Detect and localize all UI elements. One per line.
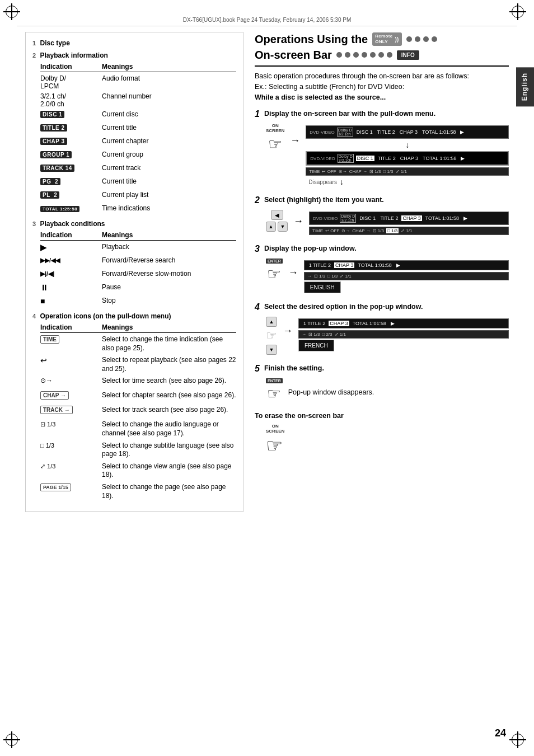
title-text-line2: On-screen Bar	[255, 48, 332, 62]
meanings-cell: Select for track search (see also page 2…	[102, 406, 236, 415]
table-row: CHAP → Select for chapter search (see al…	[40, 391, 236, 402]
step3-container: 3 Display the pop-up window. ENTER ☞ → 1…	[255, 244, 509, 293]
side-tab-english: English	[516, 67, 534, 106]
enter-button-area-s3: ENTER ☞	[266, 259, 283, 283]
step1-header: 1 Display the on-screen bar with the pul…	[255, 109, 509, 119]
dot3	[423, 36, 429, 42]
intro-line3: While a disc is selected as the source..…	[255, 92, 509, 103]
step4-text: Select the desired option in the pop-up …	[264, 302, 423, 312]
meanings-cell: Current title	[102, 177, 236, 186]
meanings-cell: Current title	[102, 124, 236, 133]
hand-icon: ☞	[268, 135, 282, 153]
on-screen-line2: SCREEN	[266, 129, 284, 134]
table-row: PL 2 Current play list	[40, 191, 236, 202]
indication-cell: ⏸	[40, 283, 102, 292]
meanings-cell: Current disc	[102, 110, 236, 119]
section2-number: 2	[32, 52, 36, 59]
on-screen-label: ON SCREEN	[266, 124, 284, 134]
erase-hand-icon: ☞	[266, 434, 283, 457]
track-badge: TRACK 14	[40, 165, 74, 172]
table-row: ↩ Select to repeat playback (see also pa…	[40, 356, 236, 373]
meanings-cell: Audio format	[102, 74, 236, 83]
section3-number: 3	[32, 220, 36, 227]
remote-label: RemoteONLY	[375, 34, 392, 45]
screen-bar-step2: DVD-VIDEO Dolby D3/2.1ch DISC 1 TITLE 2 …	[309, 212, 509, 225]
step4-nav[interactable]: ▲ ☞ ▼	[266, 317, 277, 355]
nav-row: ▲ ▼	[266, 222, 288, 232]
dot11	[387, 52, 392, 58]
angle-s3: ⤢ 1/1	[340, 274, 351, 279]
title-s2: TITLE 2	[379, 215, 399, 221]
table-row: 3/2.1 ch/2.0/0 ch Channel number	[40, 92, 236, 108]
section3-header: 3 Playback conditions	[32, 220, 236, 228]
audio-s4: ⊡ 1/3	[308, 332, 320, 337]
chap-s4: CHAP 3	[329, 321, 349, 326]
intro-line1: Basic operation procedures through the o…	[255, 71, 509, 82]
step3-body: ENTER ☞ → 1 TITLE 2 CHAP 3 TOTAL 1:01:58…	[266, 259, 509, 293]
section3-label: Playback conditions	[40, 220, 105, 228]
step3-header: 3 Display the pop-up window.	[255, 244, 509, 254]
section2-table-header: Indication Meanings	[40, 63, 236, 72]
popup-option-english: ENGLISH	[310, 284, 335, 290]
operations-title: Operations Using the RemoteONLY )) On-sc…	[255, 32, 509, 67]
pull-down-bar: TIME ↩ OFF ⊙→ CHAP → ⊡ 1/3 □ 1/3 ⤢ 1/1	[306, 167, 509, 176]
section4-col-indication: Indication	[40, 323, 102, 331]
subtitle-icon: □ 1/3	[40, 442, 54, 449]
dot6	[345, 52, 350, 58]
second-bar-s3: → ⊡ 1/3 □ 1/3 ⤢ 1/1	[304, 272, 509, 280]
indication-cell: ⤢ 1/3	[40, 462, 102, 470]
section4-label: Operation icons (on the pull-down menu)	[40, 312, 171, 320]
table-row: TITLE 2 Current title	[40, 124, 236, 135]
group-badge: GROUP 1	[40, 151, 72, 158]
step2-text: Select (highlight) the item you want.	[264, 195, 384, 205]
step2-container: 2 Select (highlight) the item you want. …	[255, 195, 509, 235]
enter-label-s3: ENTER	[266, 259, 283, 264]
step3-text: Display the pop-up window.	[264, 244, 357, 254]
intro-text: Basic operation procedures through the o…	[255, 71, 509, 102]
nav-arrows[interactable]: ◀ ▲ ▼	[266, 210, 288, 232]
nav-up-s4[interactable]: ▲	[266, 317, 277, 327]
dots-line1	[406, 36, 437, 42]
chap-item: CHAP 3	[399, 129, 419, 135]
pg-badge: PG 2	[40, 178, 60, 185]
slow-icon: ▶|/◀|	[40, 270, 54, 277]
erase-section: To erase the on-screen bar ON SCREEN ☞	[255, 412, 509, 457]
arrow-s3: →	[307, 274, 312, 279]
step4-screens: 1 TITLE 2 CHAP 3 TOTAL 1:01:58 ▶ → ⊡ 1/3…	[298, 317, 509, 351]
step2-screens: DVD-VIDEO Dolby D3/2.1ch DISC 1 TITLE 2 …	[309, 210, 509, 235]
title-badge: TITLE 2	[40, 124, 67, 132]
page-number: 24	[495, 727, 506, 739]
nav-left-btn[interactable]: ◀	[271, 210, 283, 220]
step1-container: 1 Display the on-screen bar with the pul…	[255, 109, 509, 186]
table-row: TIME Select to change the time indicatio…	[40, 335, 236, 353]
indication-text: 3/2.1 ch/2.0/0 ch	[40, 92, 66, 108]
section1-label: Disc type	[40, 39, 69, 47]
step4-container: 4 Select the desired option in the pop-u…	[255, 302, 509, 355]
table-row: ⊡ 1/3 Select to change the audio languag…	[40, 420, 236, 438]
table-row: TOTAL 1:25:58 Time indications	[40, 204, 236, 215]
table-row: DISC 1 Current disc	[40, 110, 236, 121]
total-s4: TOTAL 1:01:58	[352, 321, 387, 326]
angle-opt-s2: ⤢ 1/1	[401, 228, 412, 233]
table-row: TRACK → Select for track search (see als…	[40, 406, 236, 417]
total-s3: TOTAL 1:01:58	[357, 262, 392, 268]
title-line1: Operations Using the RemoteONLY ))	[255, 32, 509, 46]
nav-down-s4[interactable]: ▼	[266, 345, 277, 355]
indication-cell: PL 2	[40, 191, 102, 199]
hand-icon-s4: ☞	[266, 328, 277, 343]
play-item2: ▶	[460, 156, 466, 161]
time-opt-s2: TIME	[312, 228, 323, 233]
nav-up-btn[interactable]: ▲	[266, 222, 276, 232]
audio-s3: ⊡ 1/3	[314, 274, 325, 279]
total-s2: TOTAL 1:01:58	[424, 215, 460, 221]
indication-cell: □ 1/3	[40, 442, 102, 449]
title-item: TITLE 2	[376, 129, 396, 135]
meanings-cell: Current play list	[102, 191, 236, 200]
content-area: 1 Disc type 2 Playback information Indic…	[17, 32, 517, 512]
title-s4: 1 TITLE 2	[302, 321, 326, 326]
nav-down-btn[interactable]: ▼	[278, 222, 288, 232]
section2: 2 Playback information Indication Meanin…	[32, 51, 236, 215]
total-badge: TOTAL 1:25:58	[40, 206, 79, 212]
indication-cell: ▶▶/◀◀	[40, 256, 102, 264]
indication-cell: Dolby D/LPCM	[40, 74, 102, 90]
